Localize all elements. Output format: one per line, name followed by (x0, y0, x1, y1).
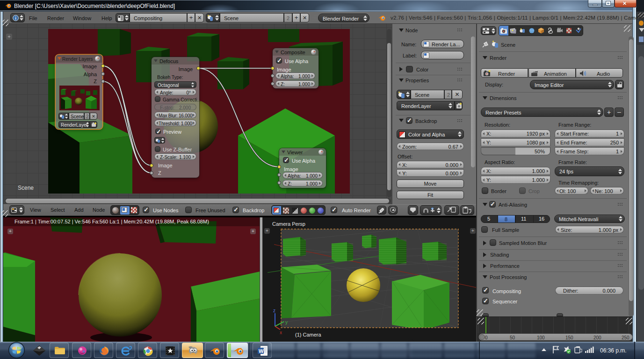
svg-text:z: z (273, 308, 275, 313)
svg-text:W: W (259, 348, 264, 354)
svg-text:Frame:1 | Time:00:07.52 | Ve:5: Frame:1 | Time:00:07.52 | Ve:546 Fa:560 … (14, 219, 209, 224)
svg-text:y: y (285, 320, 288, 325)
svg-text:(1) Camera: (1) Camera (295, 332, 322, 337)
svg-text:x: x (280, 330, 282, 335)
svg-text:Camera Persp: Camera Persp (272, 221, 305, 227)
